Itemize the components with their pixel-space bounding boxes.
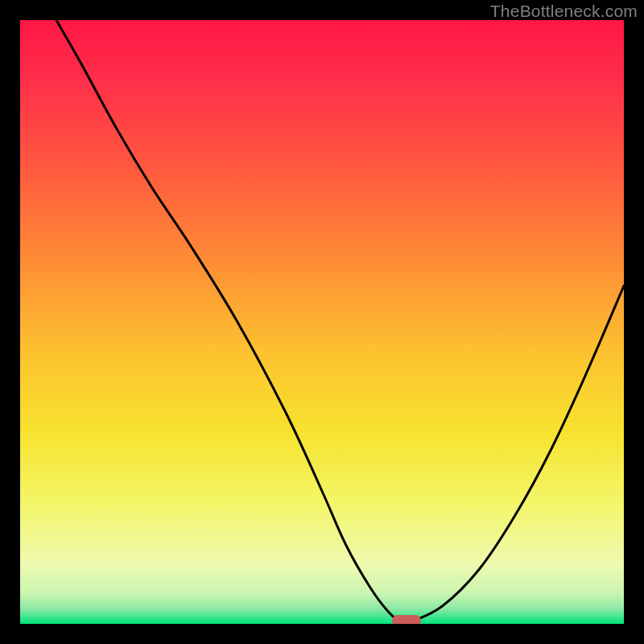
chart-frame: TheBottleneck.com bbox=[0, 0, 644, 644]
plot-area bbox=[20, 20, 624, 624]
watermark-text: TheBottleneck.com bbox=[490, 2, 638, 21]
optimal-marker bbox=[392, 615, 421, 624]
bottleneck-curve bbox=[20, 20, 624, 624]
